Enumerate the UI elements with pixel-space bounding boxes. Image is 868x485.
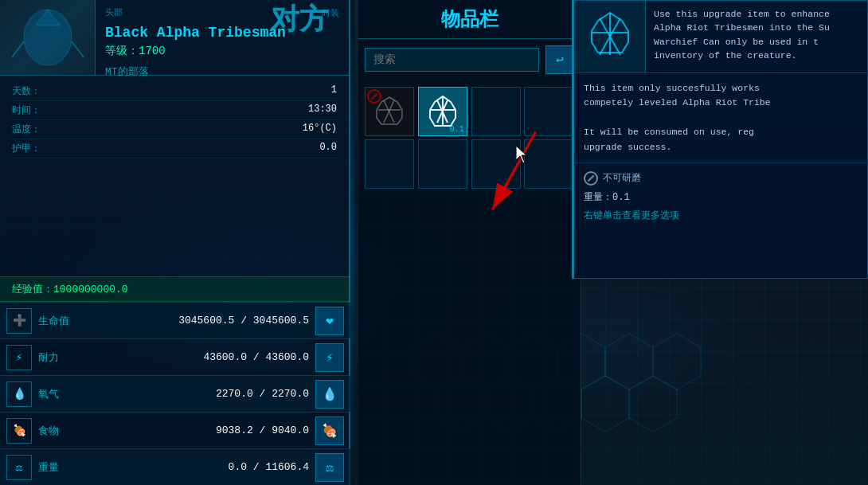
item-slot-5[interactable]	[418, 139, 467, 189]
info-header: Use this upgrade item to enhance Alpha R…	[574, 1, 867, 73]
stat-temp-value: 16°(C)	[303, 123, 337, 136]
stat-armor-value: 0.0	[319, 142, 337, 155]
stat-temp-label: 温度：	[12, 123, 60, 136]
xp-bar-section: 经验值：1000000000.0	[0, 276, 350, 302]
stat-bars: ➕ 生命值 3045600.5 / 3045600.5 ❤ ⚡ 耐力 43600…	[0, 302, 350, 485]
stat-time-label: 时间：	[12, 104, 60, 117]
stamina-label: 耐力	[38, 350, 86, 365]
item-slot-7[interactable]	[524, 139, 573, 189]
avatar-box	[0, 0, 96, 75]
item-slot-4[interactable]	[365, 139, 414, 189]
item-preview-icon	[582, 9, 638, 65]
info-body-line2: competely leveled Alpha Riot Tribe	[584, 96, 858, 110]
oxygen-values: 2270.0 / 2270.0	[92, 388, 309, 400]
level-value: 1700	[139, 45, 166, 57]
svg-marker-4	[605, 334, 653, 389]
info-desc-line4: inventory of the creature.	[654, 49, 859, 62]
stat-row-time: 时间： 13:30	[12, 101, 337, 120]
info-desc-line1: Use this upgrade item to enhance	[654, 7, 859, 21]
stat-bar-hp: ➕ 生命值 3045600.5 / 3045600.5 ❤	[0, 302, 350, 338]
left-panel: 头部 时装 Black Alpha Tribesman 等级：1700 MT的部…	[0, 0, 350, 485]
item-grid: 0.1	[358, 80, 581, 195]
weight-label: 重量	[38, 460, 86, 475]
svg-line-14	[72, 41, 84, 57]
vertical-divider	[350, 0, 354, 485]
right-click-hint: 右键单击查看更多选项	[584, 209, 858, 222]
search-bar: ↩	[358, 39, 581, 80]
hp-label: 生命值	[38, 314, 86, 328]
stamina-end-icon: ⚡	[315, 343, 344, 372]
item-count-1: 0.1	[450, 125, 464, 134]
weight-end-icon: ⚖	[315, 453, 344, 482]
oxygen-icon: 💧	[6, 381, 32, 407]
info-body-line3	[584, 111, 858, 125]
no-grind-icon	[584, 171, 598, 186]
info-body-line4: It will be consumed on use, reg	[584, 125, 858, 139]
inventory-title: 物品栏	[358, 0, 581, 39]
weight-icon: ⚖	[6, 455, 32, 480]
stat-time-value: 13:30	[308, 104, 337, 117]
svg-marker-10	[629, 376, 677, 432]
stamina-icon: ⚡	[6, 345, 32, 370]
stat-bar-food: 🍖 食物 9038.2 / 9040.0 🍖	[0, 412, 350, 448]
level-text: 等级：1700	[105, 44, 339, 58]
no-entry-icon	[367, 89, 381, 104]
weight-text: 重量：0.1	[584, 190, 858, 204]
search-button[interactable]: ↩	[545, 45, 574, 74]
head-slot-label: 头部	[105, 6, 123, 18]
food-icon: 🍖	[6, 418, 32, 444]
stats-section: 天数： 1 时间： 13:30 温度： 16°(C) 护甲： 0.0	[0, 76, 349, 165]
svg-line-13	[12, 41, 24, 57]
tribe-text: MT的部落	[105, 65, 339, 79]
info-meta: 不可研磨 重量：0.1 右键单击查看更多选项	[574, 162, 867, 230]
level-label: 等级：	[105, 45, 139, 57]
item-slot-1[interactable]: 0.1	[418, 87, 467, 136]
stat-row-armor: 护甲： 0.0	[12, 139, 337, 158]
item-slot-6[interactable]	[471, 139, 521, 189]
stat-days-value: 1	[331, 84, 337, 98]
info-description: Use this upgrade item to enhance Alpha R…	[646, 1, 867, 72]
stamina-values: 43600.0 / 43600.0	[92, 351, 309, 363]
food-values: 9038.2 / 9040.0	[92, 424, 309, 436]
no-grind-text: 不可研磨	[603, 171, 641, 185]
inventory-panel: 物品栏 ↩	[358, 0, 581, 485]
search-input[interactable]	[365, 48, 539, 72]
info-body: This item only succesfully works compete…	[574, 73, 867, 162]
info-panel: Use this upgrade item to enhance Alpha R…	[572, 0, 868, 279]
oxygen-end-icon: 💧	[315, 380, 344, 409]
stat-days-label: 天数：	[12, 84, 60, 98]
item-slot-2[interactable]	[471, 87, 521, 136]
stat-row-temp: 温度： 16°(C)	[12, 120, 337, 139]
oxygen-label: 氧气	[38, 387, 86, 401]
info-desc-line3: Warchief Can only be used in t	[654, 35, 859, 49]
info-body-line1: This item only succesfully works	[584, 81, 858, 96]
svg-marker-9	[581, 376, 629, 432]
top-label-dui: 对方	[271, 0, 328, 39]
hp-plus-icon: ➕	[6, 308, 32, 334]
hp-end-icon: ❤	[315, 307, 344, 335]
creature-silhouette-icon	[8, 2, 88, 73]
item-slot-3[interactable]	[524, 87, 573, 136]
no-grind-row: 不可研磨	[584, 171, 858, 186]
stat-row-days: 天数： 1	[12, 82, 337, 101]
stat-bar-weight: ⚖ 重量 0.0 / 11606.4 ⚖	[0, 448, 350, 485]
food-end-icon: 🍖	[315, 417, 344, 445]
info-desc-line2: Alpha Riot Tribesmen into the Su	[654, 21, 859, 34]
xp-text: 经验值：1000000000.0	[12, 284, 128, 295]
food-label: 食物	[38, 424, 86, 438]
stat-bar-oxygen: 💧 氧气 2270.0 / 2270.0 💧	[0, 375, 350, 412]
stat-bar-stamina: ⚡ 耐力 43600.0 / 43600.0 ⚡	[0, 338, 350, 375]
item-preview	[574, 1, 646, 72]
weight-values: 0.0 / 11606.4	[92, 461, 309, 473]
stat-armor-label: 护甲：	[12, 142, 60, 155]
info-body-line5: upgrade success.	[584, 140, 858, 154]
item-slot-0[interactable]	[365, 87, 414, 136]
avatar-silhouette	[0, 0, 95, 75]
hp-values: 3045600.5 / 3045600.5	[92, 315, 309, 327]
svg-marker-5	[653, 334, 701, 389]
